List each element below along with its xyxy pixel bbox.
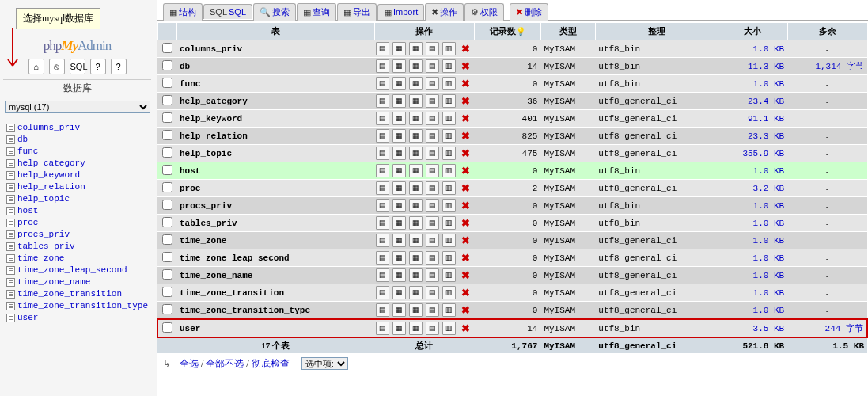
op-icon-3[interactable]: ▤ xyxy=(426,129,439,143)
op-icon-1[interactable]: ▦ xyxy=(392,216,406,230)
op-icon-2[interactable]: ▦ xyxy=(409,216,423,230)
row-checkbox[interactable] xyxy=(162,200,172,210)
cell-size[interactable]: 11.3 KB xyxy=(718,58,787,75)
cell-name[interactable]: host xyxy=(176,162,374,180)
header-collation[interactable]: 整理 xyxy=(595,23,718,40)
op-icon-2[interactable]: ▦ xyxy=(409,251,423,265)
cell-name[interactable]: procs_priv xyxy=(176,197,374,215)
sidebar-item-host[interactable]: host xyxy=(6,204,148,216)
op-icon-1[interactable]: ▦ xyxy=(392,322,406,335)
op-icon-1[interactable]: ▦ xyxy=(392,147,406,160)
sidebar-item-time_zone[interactable]: time_zone xyxy=(6,252,148,264)
cell-size[interactable]: 1.0 KB xyxy=(718,40,787,58)
op-icon-4[interactable]: ▥ xyxy=(442,164,456,177)
row-checkbox[interactable] xyxy=(162,217,172,227)
sidebar-item-func[interactable]: func xyxy=(6,145,148,157)
op-icon-1[interactable]: ▦ xyxy=(392,94,406,108)
tab-结构[interactable]: ▦结构 xyxy=(163,3,203,21)
sidebar-item-time_zone_transition[interactable]: time_zone_transition xyxy=(6,287,148,299)
op-icon-0[interactable]: ▤ xyxy=(376,216,389,230)
op-icon-2[interactable]: ▦ xyxy=(409,77,423,90)
op-icon-5[interactable]: ✖ xyxy=(459,251,472,265)
op-icon-3[interactable]: ▤ xyxy=(426,216,439,230)
op-icon-4[interactable]: ▥ xyxy=(442,129,456,143)
op-icon-2[interactable]: ▦ xyxy=(409,234,423,247)
op-icon-0[interactable]: ▤ xyxy=(376,286,389,299)
op-icon-1[interactable]: ▦ xyxy=(392,77,406,90)
op-icon-1[interactable]: ▦ xyxy=(392,129,406,143)
sidebar-table-link[interactable]: time_zone_transition xyxy=(17,289,122,299)
check-link[interactable]: 彻底检查 xyxy=(252,358,290,369)
with-selected-select[interactable]: 选中项: xyxy=(301,357,348,370)
op-icon-1[interactable]: ▦ xyxy=(392,251,406,265)
sidebar-table-link[interactable]: func xyxy=(17,147,38,156)
op-icon-4[interactable]: ▥ xyxy=(442,286,456,299)
sidebar-item-tables_priv[interactable]: tables_priv xyxy=(6,240,148,252)
row-checkbox[interactable] xyxy=(162,60,172,70)
op-icon-2[interactable]: ▦ xyxy=(409,286,423,299)
cell-name[interactable]: help_topic xyxy=(176,145,374,162)
sidebar-item-help_relation[interactable]: help_relation xyxy=(6,181,148,192)
op-icon-3[interactable]: ▤ xyxy=(426,199,439,212)
op-icon-0[interactable]: ▤ xyxy=(376,322,389,335)
cell-size[interactable]: 23.3 KB xyxy=(718,128,787,145)
op-icon-0[interactable]: ▤ xyxy=(376,164,389,177)
tab-导出[interactable]: ▦导出 xyxy=(337,3,377,21)
op-icon-0[interactable]: ▤ xyxy=(376,94,389,108)
op-icon-0[interactable]: ▤ xyxy=(376,181,389,195)
op-icon-5[interactable]: ✖ xyxy=(459,129,472,143)
sidebar-table-link[interactable]: tables_priv xyxy=(17,242,75,251)
sidebar-table-link[interactable]: time_zone_name xyxy=(17,277,90,287)
op-icon-4[interactable]: ▥ xyxy=(442,59,456,73)
sidebar-table-link[interactable]: time_zone_leap_second xyxy=(17,265,127,275)
sidebar-item-time_zone_transition_type[interactable]: time_zone_transition_type xyxy=(6,299,148,311)
op-icon-4[interactable]: ▥ xyxy=(442,322,456,335)
op-icon-2[interactable]: ▦ xyxy=(409,303,423,317)
op-icon-3[interactable]: ▤ xyxy=(426,147,439,160)
sidebar-item-help_category[interactable]: help_category xyxy=(6,157,148,169)
cell-size[interactable]: 1.0 KB xyxy=(718,249,787,267)
cell-name[interactable]: func xyxy=(176,75,374,93)
row-checkbox[interactable] xyxy=(162,43,172,53)
op-icon-3[interactable]: ▤ xyxy=(426,164,439,177)
op-icon-1[interactable]: ▦ xyxy=(392,199,406,212)
sidebar-item-user[interactable]: user xyxy=(6,311,148,323)
row-checkbox[interactable] xyxy=(162,147,172,158)
cell-size[interactable]: 1.0 KB xyxy=(718,232,787,249)
row-checkbox[interactable] xyxy=(162,78,172,88)
tab-查询[interactable]: ▦查询 xyxy=(297,3,336,21)
op-icon-3[interactable]: ▤ xyxy=(426,286,439,299)
op-icon-0[interactable]: ▤ xyxy=(376,147,389,160)
op-icon-4[interactable]: ▥ xyxy=(442,234,456,247)
tab-Import[interactable]: ▦Import xyxy=(377,4,424,20)
row-checkbox[interactable] xyxy=(162,182,172,192)
sidebar-table-link[interactable]: user xyxy=(17,313,38,322)
op-icon-5[interactable]: ✖ xyxy=(459,216,472,230)
op-icon-1[interactable]: ▦ xyxy=(392,303,406,317)
op-icon-3[interactable]: ▤ xyxy=(426,322,439,335)
op-icon-5[interactable]: ✖ xyxy=(459,59,472,73)
op-icon-0[interactable]: ▤ xyxy=(376,303,389,317)
cell-size[interactable]: 1.0 KB xyxy=(718,284,787,302)
sidebar-table-link[interactable]: help_topic xyxy=(17,194,70,204)
row-checkbox[interactable] xyxy=(162,269,172,280)
cell-size[interactable]: 1.0 KB xyxy=(718,302,787,320)
op-icon-4[interactable]: ▥ xyxy=(442,77,456,90)
cell-size[interactable]: 1.0 KB xyxy=(718,197,787,215)
op-icon-0[interactable]: ▤ xyxy=(376,129,389,143)
cell-size[interactable]: 3.2 KB xyxy=(718,180,787,197)
op-icon-5[interactable]: ✖ xyxy=(459,181,472,195)
row-checkbox[interactable] xyxy=(162,130,172,140)
op-icon-5[interactable]: ✖ xyxy=(459,147,472,160)
op-icon-5[interactable]: ✖ xyxy=(459,77,472,90)
op-icon-0[interactable]: ▤ xyxy=(376,77,389,90)
cell-name[interactable]: help_relation xyxy=(176,128,374,145)
op-icon-1[interactable]: ▦ xyxy=(392,112,406,125)
op-icon-1[interactable]: ▦ xyxy=(392,268,406,282)
op-icon-3[interactable]: ▤ xyxy=(426,251,439,265)
cell-name[interactable]: columns_priv xyxy=(176,40,374,58)
op-icon-3[interactable]: ▤ xyxy=(426,112,439,125)
cell-extra[interactable]: 244 字节 xyxy=(787,319,867,337)
op-icon-4[interactable]: ▥ xyxy=(442,181,456,195)
op-icon-0[interactable]: ▤ xyxy=(376,42,389,55)
